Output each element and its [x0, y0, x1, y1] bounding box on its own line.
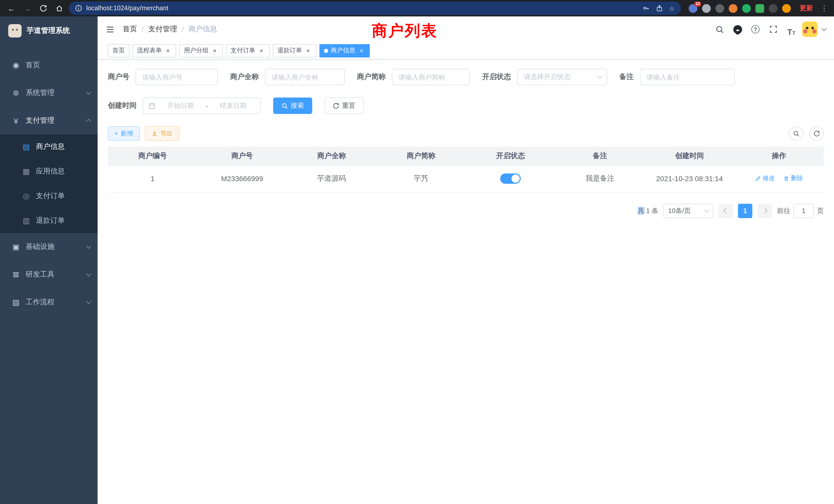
- breadcrumb-item[interactable]: 首页: [123, 25, 137, 34]
- page: ← → localhost:1024/pay/merchant ☆: [0, 0, 834, 504]
- filter-label: 商户简称: [357, 72, 386, 82]
- url-text[interactable]: localhost:1024/pay/merchant: [86, 5, 638, 12]
- table-toolbar: + 新增 导出: [108, 126, 824, 141]
- extensions-row: 10: [689, 4, 791, 13]
- puzzle-extensions-icon[interactable]: [769, 4, 777, 13]
- col-header-full-name: 商户全称: [287, 147, 376, 165]
- close-icon[interactable]: ×: [211, 47, 218, 54]
- sidebar-item-merchant-info[interactable]: ▤ 商户信息: [0, 135, 97, 159]
- extension-icon[interactable]: [729, 4, 738, 13]
- close-icon[interactable]: ×: [358, 47, 365, 54]
- address-bar[interactable]: localhost:1024/pay/merchant ☆: [69, 2, 681, 15]
- content: 商户号 商户全称 商户简称 开启状态 请选择开启状态: [97, 60, 834, 218]
- tab-user-group[interactable]: 用户分组 ×: [179, 44, 223, 57]
- grid-icon: ▦: [21, 167, 32, 176]
- bookmark-star-icon[interactable]: ☆: [669, 4, 675, 12]
- tab-label: 退款订单: [277, 46, 302, 55]
- site-info-icon[interactable]: [75, 5, 82, 12]
- reload-icon[interactable]: [37, 2, 49, 14]
- sidebar-item-pay-order[interactable]: ◎ 支付订单: [0, 184, 97, 208]
- toggle-search-button[interactable]: [789, 126, 803, 141]
- caret-down-icon[interactable]: [821, 26, 827, 31]
- cell-merchant-no: M233666999: [197, 165, 287, 192]
- table-header-row: 商户编号 商户号 商户全称 商户简称 开启状态 备注 创建时间 操作: [108, 147, 824, 165]
- tab-label: 首页: [112, 46, 125, 55]
- status-toggle[interactable]: [500, 174, 521, 184]
- search-button[interactable]: 搜索: [273, 97, 312, 114]
- browser-profile-avatar[interactable]: [782, 4, 791, 13]
- page-number-button[interactable]: 1: [738, 204, 752, 218]
- tags-view: 首页 流程表单 × 用户分组 × 支付订单 × 退款订单 ×: [97, 42, 834, 60]
- reset-button[interactable]: 重置: [325, 97, 364, 114]
- forward-icon[interactable]: →: [21, 2, 34, 14]
- sidebar-item-dev-tools[interactable]: ⊠ 研发工具: [0, 261, 97, 289]
- tab-process-form[interactable]: 流程表单 ×: [132, 44, 176, 57]
- extension-icon[interactable]: [716, 4, 724, 13]
- briefcase-icon: ▧: [10, 298, 22, 307]
- sidebar-toggle-icon[interactable]: [106, 25, 114, 33]
- address-bar-actions: ☆: [642, 4, 675, 12]
- password-key-icon[interactable]: [642, 5, 650, 12]
- sidebar-item-workflow[interactable]: ▧ 工作流程: [0, 289, 97, 316]
- tab-home[interactable]: 首页: [108, 44, 129, 57]
- tab-pay-order[interactable]: 支付订单 ×: [226, 44, 270, 57]
- extension-icon[interactable]: 10: [689, 4, 697, 13]
- app-logo[interactable]: 芋道管理系统: [0, 17, 97, 45]
- sidebar-item-label: 商户信息: [36, 142, 90, 152]
- extension-icon[interactable]: [755, 4, 764, 13]
- reset-button-label: 重置: [342, 101, 355, 110]
- share-icon[interactable]: [656, 5, 663, 12]
- start-date-placeholder[interactable]: 开始日期: [159, 101, 203, 110]
- sidebar-item-label: 首页: [26, 61, 90, 70]
- sidebar-item-refund-order[interactable]: ▥ 退款订单: [0, 208, 97, 233]
- filter-label: 创建时间: [108, 101, 137, 110]
- chevron-down-icon: [704, 207, 709, 212]
- prev-page-button[interactable]: [719, 204, 733, 218]
- browser-update-button[interactable]: 更新: [799, 4, 813, 13]
- merchant-no-input[interactable]: [136, 69, 218, 85]
- sidebar-item-system[interactable]: ⊛ 系统管理: [0, 79, 97, 107]
- remark-input[interactable]: [640, 69, 735, 85]
- refresh-button[interactable]: [809, 126, 824, 141]
- breadcrumb: 首页 / 支付管理 / 商户信息: [123, 25, 217, 34]
- close-icon[interactable]: ×: [258, 47, 265, 54]
- tab-refund-order[interactable]: 退款订单 ×: [273, 44, 316, 57]
- edit-button-label: 修改: [763, 174, 775, 183]
- search-icon[interactable]: [712, 22, 727, 37]
- short-name-input[interactable]: [392, 69, 470, 85]
- sidebar-item-label: 支付订单: [36, 191, 90, 201]
- fullscreen-icon[interactable]: [766, 22, 781, 37]
- extension-icon[interactable]: [702, 4, 711, 13]
- tab-merchant-info[interactable]: 商户信息 ×: [320, 44, 370, 57]
- sidebar: 芋道管理系统 ◉ 首页 ⊛ 系统管理 ¥ 支付管理: [0, 17, 97, 504]
- next-page-button[interactable]: [758, 204, 772, 218]
- add-button[interactable]: + 新增: [108, 126, 140, 141]
- goto-page-input[interactable]: [793, 204, 814, 218]
- export-button[interactable]: 导出: [145, 126, 179, 141]
- col-header-merchant-id: 商户编号: [108, 147, 197, 165]
- user-avatar[interactable]: [802, 22, 817, 37]
- home-icon[interactable]: [53, 2, 65, 14]
- extension-icon[interactable]: [742, 4, 751, 13]
- browser-menu-icon[interactable]: ⋮: [820, 4, 829, 12]
- font-size-icon[interactable]: TT: [784, 22, 798, 37]
- sidebar-item-home[interactable]: ◉ 首页: [0, 51, 97, 79]
- end-date-placeholder[interactable]: 结束日期: [211, 101, 255, 110]
- edit-button[interactable]: 修改: [755, 174, 775, 183]
- create-time-range-picker[interactable]: 开始日期 - 结束日期: [143, 97, 261, 114]
- page-size-select[interactable]: 10条/页: [663, 204, 713, 218]
- breadcrumb-item[interactable]: 支付管理: [148, 25, 177, 34]
- github-icon[interactable]: [730, 22, 745, 37]
- delete-button[interactable]: 删除: [783, 174, 803, 183]
- sidebar-item-payment[interactable]: ¥ 支付管理: [0, 107, 97, 135]
- close-icon[interactable]: ×: [164, 47, 172, 54]
- cell-create-time: 2021-10-23 08:31:14: [645, 165, 734, 192]
- sidebar-item-infrastructure[interactable]: ▣ 基础设施: [0, 233, 97, 261]
- close-icon[interactable]: ×: [305, 47, 312, 54]
- filter-short-name: 商户简称: [357, 69, 470, 85]
- status-select[interactable]: 请选择开启状态: [517, 69, 607, 85]
- sidebar-item-app-info[interactable]: ▦ 应用信息: [0, 159, 97, 184]
- help-icon[interactable]: ?: [748, 22, 763, 37]
- back-icon[interactable]: ←: [5, 2, 18, 14]
- full-name-input[interactable]: [265, 69, 345, 85]
